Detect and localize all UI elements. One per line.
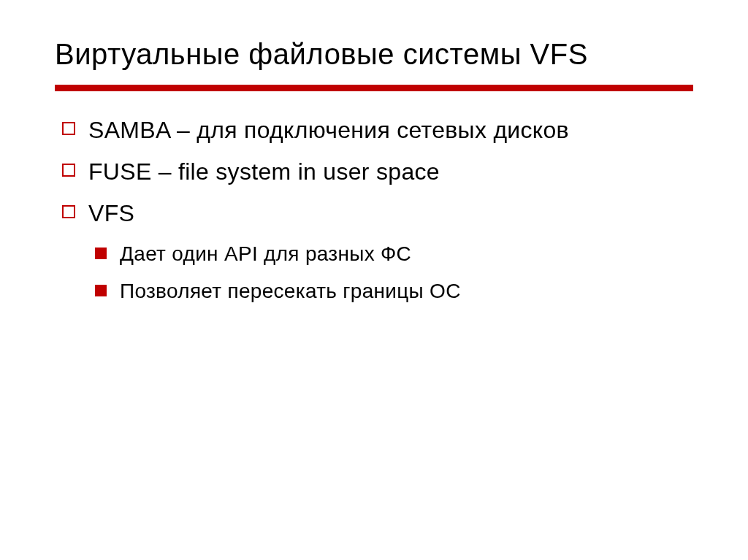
sub-bullet-text: Дает один API для разных ФС <box>120 240 411 268</box>
square-fill-icon <box>95 248 107 259</box>
sub-bullet-text: Позволяет пересекать границы ОС <box>120 277 461 305</box>
square-outline-icon <box>62 122 75 135</box>
square-outline-icon <box>62 164 75 177</box>
bullet-text: VFS <box>88 198 134 229</box>
title-underline <box>55 85 693 91</box>
list-item: Дает один API для разных ФС <box>95 240 693 268</box>
bullet-text: SAMBA – для подключения сетевых дисков <box>88 115 569 146</box>
slide-title: Виртуальные файловые системы VFS <box>55 37 693 72</box>
list-item: FUSE – file system in user space <box>62 156 693 188</box>
list-item: VFS <box>62 198 693 229</box>
square-fill-icon <box>95 285 107 296</box>
bullet-text: FUSE – file system in user space <box>88 156 440 188</box>
bullet-list: SAMBA – для подключения сетевых дисков F… <box>55 115 693 230</box>
square-outline-icon <box>62 205 75 218</box>
list-item: Позволяет пересекать границы ОС <box>95 277 693 305</box>
list-item: SAMBA – для подключения сетевых дисков <box>62 115 693 146</box>
sub-bullet-list: Дает один API для разных ФС Позволяет пе… <box>55 240 693 306</box>
